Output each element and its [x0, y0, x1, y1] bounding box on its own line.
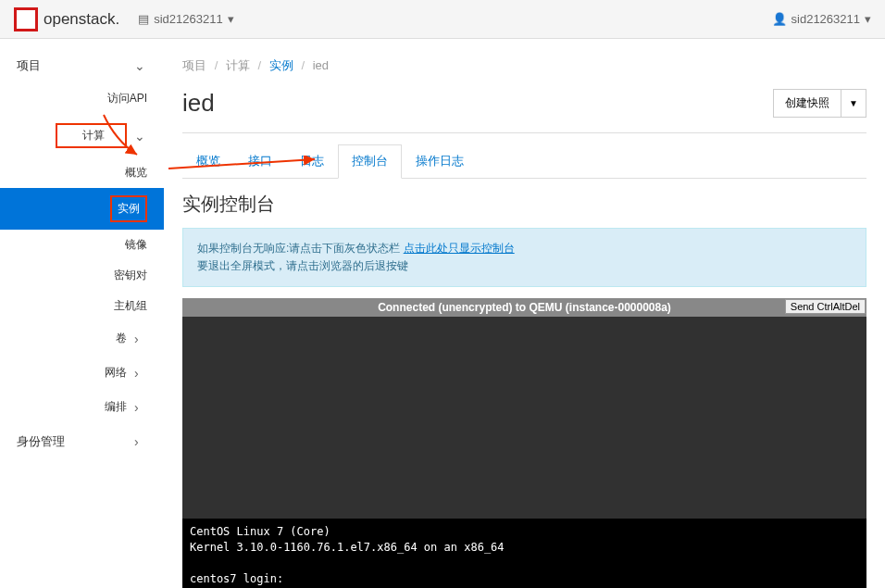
- tab-console[interactable]: 控制台: [338, 144, 402, 179]
- user-name: sid21263211: [792, 12, 860, 26]
- content-area: 项目 / 计算 / 实例 / ied ied 创建快照 ▼ 概览 接口 日志 控…: [164, 39, 885, 588]
- breadcrumb-current: ied: [313, 58, 329, 72]
- sidebar-item-keypairs[interactable]: 密钥对: [0, 260, 164, 291]
- page-title: ied: [182, 89, 215, 118]
- sidebar-identity[interactable]: 身份管理 ›: [0, 424, 164, 459]
- sidebar-network[interactable]: 网络 ›: [0, 356, 164, 390]
- sidebar-item-overview[interactable]: 概览: [0, 157, 164, 188]
- sidebar-item-images[interactable]: 镜像: [0, 230, 164, 260]
- sidebar-volumes[interactable]: 卷 ›: [0, 321, 164, 356]
- sidebar: 项目 ⌄ 访问API 计算 ⌄ 概览 实例 镜像 密钥对 主机组 卷 › 网络 …: [0, 39, 164, 588]
- sidebar-item-access-api[interactable]: 访问API: [0, 83, 164, 114]
- show-only-console-link[interactable]: 点击此处只显示控制台: [404, 242, 515, 255]
- sidebar-project[interactable]: 项目 ⌄: [0, 48, 164, 83]
- topbar: openstack. ▤ sid21263211 ▾ 👤 sid21263211…: [0, 0, 885, 39]
- sidebar-orchestration[interactable]: 编排 ›: [0, 390, 164, 424]
- caret-down-icon: ▾: [865, 12, 871, 26]
- logo-text: openstack.: [44, 10, 119, 29]
- caret-down-icon: ▾: [228, 12, 234, 26]
- tab-log[interactable]: 日志: [286, 144, 338, 178]
- logo[interactable]: openstack.: [14, 7, 119, 31]
- stack-icon: ▤: [138, 13, 149, 25]
- snapshot-button-group: 创建快照 ▼: [773, 89, 866, 118]
- chevron-right-icon: ›: [134, 434, 147, 449]
- breadcrumb-project: 项目: [182, 58, 206, 72]
- sidebar-compute[interactable]: 计算 ⌄: [0, 114, 164, 157]
- chevron-down-icon: ⌄: [134, 58, 147, 73]
- breadcrumb-instances[interactable]: 实例: [269, 58, 293, 72]
- create-snapshot-button[interactable]: 创建快照: [773, 89, 841, 118]
- project-selector[interactable]: ▤ sid21263211 ▾: [138, 12, 233, 26]
- project-name: sid21263211: [154, 12, 222, 26]
- sidebar-item-hostgroups[interactable]: 主机组: [0, 291, 164, 321]
- chevron-right-icon: ›: [134, 400, 147, 415]
- terminal-gray-area[interactable]: [182, 317, 866, 519]
- console-section-title: 实例控制台: [182, 192, 866, 217]
- chevron-right-icon: ›: [134, 332, 147, 346]
- tab-actionlog[interactable]: 操作日志: [402, 144, 478, 178]
- openstack-logo-icon: [14, 7, 38, 31]
- tab-overview[interactable]: 概览: [182, 144, 234, 178]
- terminal-status-bar[interactable]: Connected (unencrypted) to QEMU (instanc…: [182, 298, 866, 317]
- terminal-container: Connected (unencrypted) to QEMU (instanc…: [182, 298, 866, 588]
- sidebar-item-instances[interactable]: 实例: [0, 188, 164, 230]
- send-ctrl-alt-del-button[interactable]: Send CtrlAltDel: [785, 299, 866, 314]
- breadcrumb: 项目 / 计算 / 实例 / ied: [182, 48, 866, 83]
- user-menu[interactable]: 👤 sid21263211 ▾: [772, 12, 871, 26]
- tabs: 概览 接口 日志 控制台 操作日志: [182, 144, 866, 179]
- user-icon: 👤: [772, 12, 787, 26]
- console-alert: 如果控制台无响应:请点击下面灰色状态栏 点击此处只显示控制台 要退出全屏模式，请…: [182, 228, 866, 287]
- chevron-down-icon: ⌄: [134, 129, 147, 144]
- chevron-right-icon: ›: [134, 366, 147, 381]
- terminal-output[interactable]: CentOS Linux 7 (Core) Kernel 3.10.0-1160…: [182, 519, 866, 588]
- snapshot-dropdown-button[interactable]: ▼: [841, 89, 866, 118]
- tab-interfaces[interactable]: 接口: [234, 144, 286, 178]
- breadcrumb-compute: 计算: [226, 58, 250, 72]
